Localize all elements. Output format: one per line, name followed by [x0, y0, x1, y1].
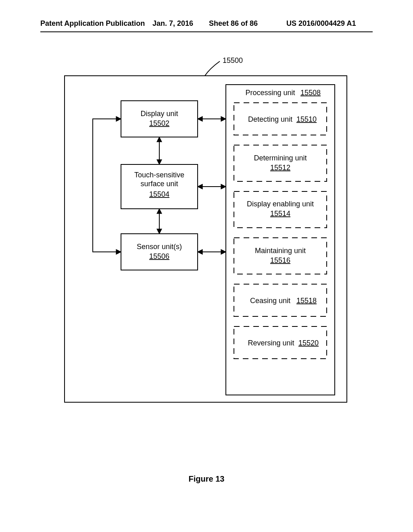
sensor-unit-label: Sensor unit(s) — [137, 243, 182, 251]
page: Patent Application Publication Jan. 7, 2… — [0, 0, 413, 532]
processing-unit-label: Processing unit — [245, 89, 295, 97]
processing-unit-ref: 15508 — [300, 89, 321, 97]
connector-display-sensor-bus — [93, 119, 121, 252]
maintaining-unit-ref: 15516 — [270, 256, 290, 264]
display-unit-ref: 15502 — [149, 119, 169, 127]
header-publication: Patent Application Publication — [40, 19, 145, 28]
device-box — [65, 76, 347, 402]
processing-unit-box — [226, 85, 335, 395]
display-enabling-unit-label: Display enabling unit — [247, 200, 314, 208]
maintaining-unit-box — [234, 238, 327, 274]
display-unit-box — [121, 101, 198, 137]
ceasing-unit-ref: 15518 — [296, 297, 317, 305]
touch-unit-label1: Touch-sensitive — [134, 171, 184, 179]
detecting-unit-label: Detecting unit — [248, 115, 292, 123]
device-ref: 15500 — [223, 56, 243, 64]
detecting-unit-ref: 15510 — [296, 115, 317, 123]
display-unit-label: Display unit — [140, 110, 178, 118]
header-date: Jan. 7, 2016 — [152, 19, 193, 28]
touch-unit-ref: 15504 — [149, 190, 169, 198]
reversing-unit-label: Reversing unit — [248, 339, 294, 347]
touch-unit-label2: surface unit — [140, 180, 178, 188]
sensor-unit-ref: 15506 — [149, 252, 169, 260]
sensor-unit-box — [121, 234, 198, 270]
display-enabling-unit-ref: 15514 — [270, 210, 290, 218]
ceasing-unit-label: Ceasing unit — [250, 297, 290, 305]
determining-unit-box — [234, 145, 327, 181]
block-diagram: 15500 Processing unit 15508 Display unit… — [40, 56, 373, 451]
header-rule — [40, 31, 373, 32]
figure-caption: Figure 13 — [0, 474, 413, 484]
header-sheet: Sheet 86 of 86 — [209, 19, 258, 28]
maintaining-unit-label: Maintaining unit — [255, 247, 306, 255]
reversing-unit-ref: 15520 — [298, 339, 319, 347]
determining-unit-label: Determining unit — [254, 154, 307, 162]
determining-unit-ref: 15512 — [270, 164, 290, 172]
header-pubno: US 2016/0004429 A1 — [286, 19, 356, 28]
